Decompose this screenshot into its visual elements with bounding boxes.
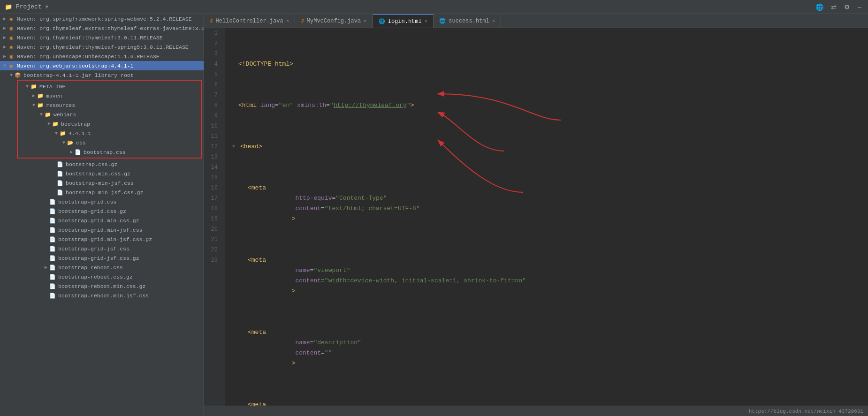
line-num-9: 9 — [204, 111, 221, 121]
maven-icon: ▣ — [8, 53, 15, 60]
line-num-20: 20 — [204, 224, 221, 234]
line-num-1: 1 — [204, 28, 221, 38]
line-num-4: 4 — [204, 59, 221, 69]
sidebar-item-thymeleaf[interactable]: ▶ ▣ Maven: org.thymeleaf:thymeleaf:3.0.1… — [0, 33, 204, 42]
sidebar-item-label: bootstrap-grid.min-jsf.css — [58, 227, 142, 233]
minimize-icon[interactable]: – — [856, 2, 863, 12]
sidebar-item-bootstrap-min-css-gz[interactable]: 📄 bootstrap.min.css.gz — [0, 169, 204, 178]
sidebar-item-label: bootstrap-grid.css.gz — [58, 208, 126, 214]
maven-icon: ▣ — [8, 34, 15, 41]
line-num-16: 16 — [204, 183, 221, 193]
sidebar-item-label: bootstrap.css — [84, 149, 126, 155]
editor-content[interactable]: 1 2 3 4 5 6 7 8 9 10 11 12 13 14 15 16 1 — [204, 28, 868, 406]
dropdown-arrow[interactable]: ▼ — [46, 4, 49, 10]
sidebar-item-bootstrap-grid-css-gz[interactable]: 📄 bootstrap-grid.css.gz — [0, 206, 204, 216]
sidebar-item-css-folder[interactable]: ▼ 📂 css — [18, 138, 201, 147]
arrow: ▶ — [43, 265, 49, 270]
line-num-5: 5 — [204, 69, 221, 80]
html-icon: 🌐 — [439, 18, 446, 24]
sidebar-item-bootstrap-grid-min-jsf-gz[interactable]: 📄 bootstrap-grid.min-jsf.css.gz — [0, 234, 204, 244]
sidebar-item-bootstrap-folder[interactable]: ▼ 📁 bootstrap — [18, 119, 201, 129]
settings-icon[interactable]: ⚙ — [842, 2, 852, 12]
sidebar-item-label: 4.4.1-1 — [69, 130, 91, 136]
sidebar-item-label: bootstrap-min-jsf.css — [66, 180, 134, 186]
tab-label: HelloController.java — [216, 18, 283, 24]
line-num-18: 18 — [204, 204, 221, 214]
line-num-22: 22 — [204, 245, 221, 255]
sidebar-item-label: bootstrap-grid.min-jsf.css.gz — [58, 236, 152, 242]
close-icon[interactable]: × — [425, 19, 428, 24]
sidebar-item-bootstrap-css-gz[interactable]: 📄 bootstrap.css.gz — [0, 159, 204, 169]
sidebar-item-bootstrap-grid-css[interactable]: 📄 bootstrap-grid.css — [0, 197, 204, 206]
sidebar-item-bootstrap-grid-jsf-gz[interactable]: 📄 bootstrap-grid-jsf.css.gz — [0, 253, 204, 263]
sidebar-item-thymeleaf-extras[interactable]: ▶ ▣ Maven: org.thymeleaf.extras:thymelea… — [0, 23, 204, 33]
main-layout: ▶ ▣ Maven: org.springframework:spring-we… — [0, 14, 868, 416]
globe-icon[interactable]: 🌐 — [814, 2, 825, 12]
arrow: ▶ — [69, 149, 74, 155]
sidebar-item-bootstrap-reboot-gz[interactable]: 📄 bootstrap-reboot.css.gz — [0, 272, 204, 281]
close-icon[interactable]: × — [286, 18, 289, 24]
sidebar-item-resources[interactable]: ▼ 📁 resources — [18, 100, 201, 110]
red-outline-box: ▼ 📁 META-INF ▶ 📁 maven ▼ 📁 resources ▼ 📁… — [17, 80, 202, 159]
css-file-icon: 📄 — [49, 245, 56, 252]
fold-btn-3[interactable]: ▼ — [230, 143, 237, 151]
tab-mymvcconfig[interactable]: J MyMvcConfig.java × — [295, 14, 373, 28]
sidebar-item-bootstrap-jar[interactable]: ▼ 📦 bootstrap-4.4.1-1.jar library root — [0, 70, 204, 80]
line1-doctype: <!DOCTYPE html> — [238, 59, 293, 69]
line-num-8: 8 — [204, 100, 221, 111]
tab-label: MyMvcConfig.java — [307, 18, 361, 24]
code-line-6: <meta name="description" content="" > — [230, 327, 868, 369]
sidebar-item-bootstrap-grid-min-jsf[interactable]: 📄 bootstrap-grid.min-jsf.css — [0, 225, 204, 234]
arrow: ▼ — [61, 140, 67, 145]
gz-file-icon: 📄 — [49, 254, 56, 262]
close-icon[interactable]: × — [492, 18, 495, 24]
arrow: ▼ — [38, 112, 44, 117]
sidebar: ▶ ▣ Maven: org.springframework:spring-we… — [0, 14, 204, 416]
sidebar-item-thymeleaf-spring5[interactable]: ▶ ▣ Maven: org.thymeleaf:thymeleaf-sprin… — [0, 42, 204, 52]
sidebar-item-maven[interactable]: ▶ 📁 maven — [18, 91, 201, 100]
sidebar-item-bootstrap-grid-jsf[interactable]: 📄 bootstrap-grid-jsf.css — [0, 244, 204, 253]
sidebar-item-spring-webmvc[interactable]: ▶ ▣ Maven: org.springframework:spring-we… — [0, 14, 204, 23]
tab-success-html[interactable]: 🌐 success.html × — [434, 14, 501, 28]
arrow — [51, 190, 56, 195]
gz-file-icon: 📄 — [49, 282, 56, 290]
arrow — [43, 199, 49, 204]
tab-hello-controller[interactable]: J HelloController.java × — [204, 14, 295, 28]
arrow — [43, 293, 49, 298]
gz-file-icon: 📄 — [49, 217, 56, 224]
sidebar-item-bootstrap-min-jsf-gz[interactable]: 📄 bootstrap-min-jsf.css.gz — [0, 188, 204, 197]
arrow — [43, 227, 49, 233]
sidebar-item-label: Maven: org.springframework:spring-webmvc… — [17, 16, 192, 22]
sidebar-item-441-1[interactable]: ▼ 📁 4.4.1-1 — [18, 129, 201, 138]
arrow — [43, 246, 49, 251]
sidebar-item-bootstrap-reboot-min-gz[interactable]: 📄 bootstrap-reboot.min.css.gz — [0, 281, 204, 291]
arrow: ▶ — [2, 53, 8, 59]
sidebar-item-meta-inf[interactable]: ▼ 📁 META-INF — [18, 82, 201, 91]
sidebar-item-webjars[interactable]: ▼ 📁 webjars — [18, 110, 201, 119]
arrow: ▼ — [31, 103, 37, 108]
sidebar-item-unbescape[interactable]: ▶ ▣ Maven: org.unbescape:unbescape:1.1.6… — [0, 52, 204, 61]
close-icon[interactable]: × — [364, 18, 367, 24]
sidebar-item-bootstrap-reboot-min-jsf[interactable]: 📄 bootstrap-reboot.min-jsf.css — [0, 291, 204, 300]
gz-file-icon: 📄 — [49, 235, 56, 243]
arrow: ▼ — [24, 84, 30, 89]
line-num-17: 17 — [204, 193, 221, 204]
sidebar-item-label: META-INF — [39, 83, 65, 90]
sidebar-item-bootstrap-min-jsf[interactable]: 📄 bootstrap-min-jsf.css — [0, 178, 204, 188]
sidebar-item-bootstrap-reboot[interactable]: ▶ 📄 bootstrap-reboot.css — [0, 263, 204, 272]
gz-file-icon: 📄 — [56, 160, 64, 168]
line-num-12: 12 — [204, 142, 221, 152]
line-num-2: 2 — [204, 38, 221, 49]
css-file-icon: 📄 — [49, 264, 56, 271]
sidebar-item-bootstrap-grid-min[interactable]: 📄 bootstrap-grid.min.css.gz — [0, 216, 204, 225]
sidebar-item-label: bootstrap-grid-jsf.css — [58, 246, 129, 252]
sidebar-item-label: bootstrap — [61, 121, 90, 127]
sidebar-item-bootstrap-css[interactable]: ▶ 📄 bootstrap.css — [18, 147, 201, 157]
code-area: 1 2 3 4 5 6 7 8 9 10 11 12 13 14 15 16 1 — [204, 28, 868, 406]
reformat-icon[interactable]: ⇄ — [829, 2, 838, 12]
sidebar-item-bootstrap[interactable]: ▼ ▣ Maven: org.webjars:bootstrap:4.4.1-1 — [0, 61, 204, 70]
tag-html-close: > — [411, 100, 414, 111]
tab-login-html[interactable]: 🌐 login.html × — [373, 14, 434, 28]
sidebar-item-label: bootstrap-reboot.css — [58, 265, 123, 271]
line-num-6: 6 — [204, 80, 221, 90]
